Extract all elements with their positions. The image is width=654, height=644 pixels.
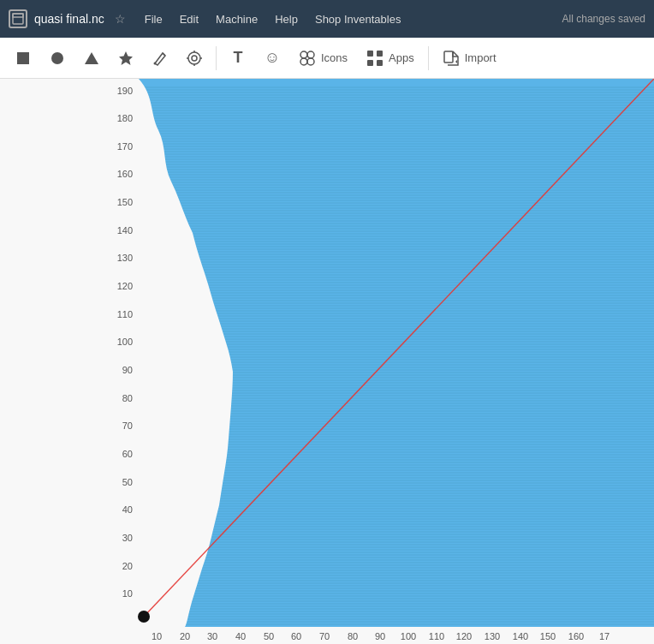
x-label-100: 100 [401, 631, 416, 641]
menu-file[interactable]: File [143, 9, 164, 29]
icons-label: Icons [321, 51, 348, 64]
x-label-20: 20 [180, 631, 190, 641]
x-label-50: 50 [264, 631, 274, 641]
y-label-160: 160 [117, 169, 133, 179]
svg-rect-1 [13, 14, 23, 17]
y-label-70: 70 [122, 420, 133, 431]
y-label-190: 190 [117, 86, 133, 96]
x-label-30: 30 [207, 631, 217, 641]
y-label-40: 40 [122, 504, 133, 515]
svg-rect-19 [367, 60, 373, 66]
y-label-170: 170 [117, 141, 133, 152]
x-label-80: 80 [348, 631, 358, 641]
svg-rect-18 [377, 51, 383, 57]
emoji-tool[interactable]: ☺ [256, 42, 288, 75]
y-label-120: 120 [117, 281, 133, 291]
toolbar: T ☺ Icons Apps Import [0, 38, 654, 79]
svg-rect-21 [444, 51, 453, 63]
x-label-130: 130 [485, 631, 500, 641]
svg-point-8 [192, 56, 197, 61]
import-tool-icon [443, 50, 460, 67]
toolbar-separator-2 [428, 46, 429, 70]
y-label-30: 30 [122, 533, 133, 543]
canvas-area[interactable]: 190 180 170 160 150 140 130 120 110 100 … [0, 79, 654, 644]
y-label-10: 10 [122, 588, 133, 599]
saved-status: All changes saved [562, 13, 645, 25]
import-tool[interactable]: Import [434, 42, 505, 75]
circle-tool[interactable] [41, 42, 74, 75]
y-label-100: 100 [117, 337, 133, 347]
svg-rect-22 [0, 79, 139, 644]
x-label-40: 40 [235, 631, 246, 641]
apps-label: Apps [389, 51, 414, 64]
y-label-90: 90 [122, 365, 133, 375]
menu-edit[interactable]: Edit [178, 9, 200, 29]
svg-rect-17 [367, 51, 373, 57]
x-label-10: 10 [152, 631, 162, 641]
icons-tool[interactable]: Icons [290, 42, 356, 75]
y-label-20: 20 [122, 561, 133, 571]
y-label-60: 60 [122, 449, 133, 459]
menu-bar: File Edit Machine Help Shop Inventables [143, 9, 556, 29]
y-label-130: 130 [117, 253, 133, 263]
menu-shop[interactable]: Shop Inventables [313, 9, 402, 29]
svg-point-15 [300, 58, 307, 65]
svg-point-6 [154, 62, 157, 64]
apps-tool-icon [366, 50, 383, 67]
x-label-150: 150 [540, 631, 556, 641]
triangle-tool[interactable] [75, 42, 108, 75]
toolbar-separator-1 [216, 46, 217, 70]
svg-marker-5 [119, 51, 133, 65]
svg-point-14 [307, 51, 314, 58]
svg-point-7 [188, 52, 200, 64]
pen-tool[interactable] [144, 42, 176, 75]
svg-rect-0 [13, 14, 23, 24]
y-label-50: 50 [122, 477, 133, 487]
x-label-110: 110 [429, 631, 444, 641]
origin-dot [138, 611, 150, 623]
favorite-star-icon[interactable]: ☆ [115, 12, 126, 26]
y-label-180: 180 [117, 113, 133, 123]
apps-tool[interactable]: Apps [358, 42, 423, 75]
title-bar: quasi final.nc ☆ File Edit Machine Help … [0, 0, 654, 38]
x-label-70: 70 [319, 631, 330, 641]
svg-rect-20 [377, 60, 383, 66]
drawing-canvas[interactable]: 190 180 170 160 150 140 130 120 110 100 … [0, 79, 654, 644]
menu-help[interactable]: Help [273, 9, 300, 29]
menu-machine[interactable]: Machine [214, 9, 259, 29]
svg-point-3 [51, 52, 63, 64]
y-label-140: 140 [117, 225, 133, 236]
x-label-140: 140 [513, 631, 528, 641]
text-tool[interactable]: T [222, 42, 254, 75]
target-tool[interactable] [178, 42, 211, 75]
star-tool[interactable] [110, 42, 142, 75]
svg-rect-2 [17, 52, 29, 64]
y-label-110: 110 [117, 309, 133, 319]
svg-marker-4 [85, 52, 98, 64]
emoji-icon: ☺ [265, 49, 280, 67]
x-label-160: 160 [568, 631, 584, 641]
text-tool-icon: T [234, 49, 243, 67]
file-title: quasi final.nc [34, 12, 104, 26]
y-label-150: 150 [117, 197, 133, 207]
svg-point-13 [300, 51, 307, 58]
x-label-170: 17 [599, 631, 609, 641]
y-label-80: 80 [122, 393, 133, 403]
window-icon [9, 9, 27, 28]
x-label-90: 90 [375, 631, 385, 641]
svg-point-16 [307, 58, 314, 65]
rectangle-tool[interactable] [7, 42, 39, 75]
x-label-120: 120 [456, 631, 472, 641]
x-label-60: 60 [291, 631, 301, 641]
icons-tool-icon [299, 50, 316, 67]
import-label: Import [465, 51, 496, 64]
